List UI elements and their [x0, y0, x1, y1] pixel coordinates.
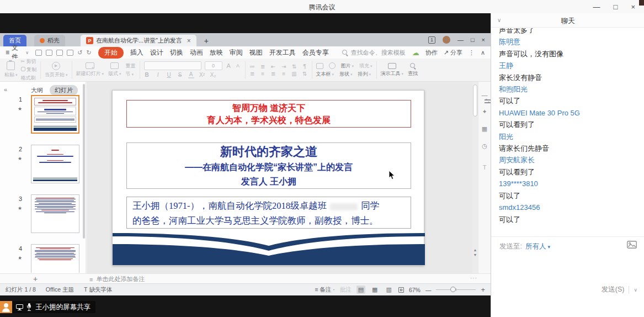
command-search[interactable]: 查找命令、搜索模板	[342, 49, 406, 57]
align-right-icon[interactable]: ≣	[270, 71, 276, 77]
fit-slide-icon[interactable]	[398, 287, 404, 293]
collapse-sidebar-icon[interactable]: —	[478, 92, 491, 98]
collapse-panel-icon[interactable]: «	[4, 86, 7, 93]
font-size-input[interactable]: 0	[205, 61, 222, 70]
decrease-font-icon[interactable]: A	[235, 63, 241, 68]
more-icon[interactable]: ⋮	[469, 49, 475, 56]
line-spacing-icon[interactable]: ⇅	[291, 64, 297, 70]
redo-icon[interactable]: ↻	[86, 49, 91, 56]
menu-tab-animation[interactable]: 动画	[190, 48, 203, 57]
slide-thumbnail-3[interactable]	[31, 194, 79, 233]
format-painter-button[interactable]: 格式刷	[21, 75, 37, 82]
menu-tab-insert[interactable]: 插入	[130, 48, 143, 57]
menu-tab-design[interactable]: 设计	[150, 48, 163, 57]
window-switch-icon[interactable]: 1	[428, 36, 435, 44]
effects-icon[interactable]: ✦	[478, 108, 491, 115]
font-name-input[interactable]	[144, 61, 201, 70]
history-icon[interactable]: ◷	[478, 142, 491, 150]
reset-button[interactable]: 重置	[126, 62, 136, 70]
menu-tab-slideshow[interactable]: 放映	[210, 48, 223, 57]
export-icon[interactable]	[56, 50, 63, 56]
wps-tab-docer[interactable]: 稻壳	[34, 35, 65, 46]
presenter-tools-button[interactable]: 演示工具	[381, 63, 404, 77]
zoom-out-icon[interactable]: —	[425, 287, 432, 293]
picture-button[interactable]: 图片	[341, 62, 354, 70]
columns-icon[interactable]: ▥	[291, 71, 297, 77]
text-direction-icon[interactable]: ⇅	[302, 71, 308, 77]
paragraph-icon[interactable]: ¶	[302, 64, 308, 70]
section-button[interactable]: 节	[126, 71, 136, 78]
chat-message-list[interactable]: 声音太多了 陈明意 声音可以，没有图像 王静 家长没有静音 和煦阳光 可以了 H…	[499, 28, 638, 236]
save-icon[interactable]	[35, 50, 42, 56]
indent-icon[interactable]: ⇥	[281, 64, 287, 70]
send-button[interactable]: 发送(S)	[602, 285, 625, 294]
title-textbox[interactable]: 新时代的齐家之道 ——在南航自动化学院“家长讲堂”上的发言 发言人 王小拥	[126, 142, 411, 189]
zoom-in-icon[interactable]: +	[481, 286, 485, 294]
align-center-icon[interactable]: ≡	[260, 71, 266, 77]
bullets-icon[interactable]: ≔	[249, 64, 256, 70]
send-to-selector[interactable]: 所有人	[525, 242, 550, 251]
menu-tab-view[interactable]: 视图	[249, 48, 263, 57]
italic-button[interactable]: I	[155, 72, 161, 78]
wps-close-icon[interactable]: ×	[482, 36, 485, 43]
new-tab-button[interactable]: +	[204, 35, 209, 46]
justify-icon[interactable]: ≡	[281, 71, 287, 77]
menu-tab-devtools[interactable]: 开发工具	[269, 48, 296, 57]
menu-tab-review[interactable]: 审阅	[230, 48, 243, 57]
wps-restore-icon[interactable]: □	[471, 36, 475, 43]
strikethrough-button[interactable]: S	[177, 72, 183, 78]
maximize-icon[interactable]: □	[614, 3, 618, 10]
fill-button[interactable]: 填充	[359, 62, 372, 70]
menu-tab-home[interactable]: 开始	[98, 47, 124, 59]
menu-tab-transition[interactable]: 切换	[170, 48, 183, 57]
wps-minimize-icon[interactable]: —	[457, 36, 464, 43]
paste-button[interactable]: 粘贴	[4, 61, 18, 78]
arrange-button[interactable]: 排列	[358, 71, 371, 78]
previous-slide-icon[interactable]: ▲	[472, 247, 478, 252]
shapes-icon[interactable]	[329, 62, 336, 69]
close-tab-icon[interactable]: ×	[187, 37, 191, 45]
missing-font-warning[interactable]: T缺失字体	[84, 286, 112, 294]
canvas-scrollbar[interactable]: ▲ ▼	[472, 82, 478, 273]
find-button[interactable]: 查找	[408, 63, 418, 77]
notes-toggle[interactable]: ≡ 备注 ·	[315, 286, 334, 294]
slide-thumbnail-2[interactable]	[31, 145, 79, 183]
share-button[interactable]: ↗ 分享	[444, 49, 462, 57]
reading-view-icon[interactable]: ▥	[384, 286, 393, 294]
textbox-button[interactable]: 文本框	[316, 71, 334, 78]
copy-button[interactable]: 复制	[21, 66, 37, 73]
tab-slides[interactable]: 幻灯片	[50, 85, 78, 96]
notes-input[interactable]: ≡ 单击此处添加备注	[89, 275, 145, 283]
add-slide-button[interactable]: +	[33, 274, 38, 283]
zoom-level[interactable]: 67%	[409, 287, 421, 293]
minimize-icon[interactable]: —	[593, 3, 600, 10]
menu-tab-member[interactable]: 会员专享	[302, 48, 329, 57]
zoom-slider[interactable]	[436, 289, 476, 290]
undo-icon[interactable]: ↺	[77, 49, 82, 56]
account-avatar[interactable]	[443, 36, 450, 44]
slide-thumbnail-4[interactable]	[31, 244, 79, 273]
font-color-button[interactable]: A	[188, 71, 194, 78]
new-slide-button[interactable]: 新建幻灯片	[76, 62, 104, 77]
play-from-page-button[interactable]: ▶ 当页开始	[45, 62, 68, 78]
thumbnails-scrollbar[interactable]	[83, 84, 85, 239]
layout-button[interactable]: 版式	[108, 62, 121, 77]
numbering-icon[interactable]: ≣	[260, 64, 266, 70]
send-options-icon[interactable]: ∨	[634, 287, 637, 293]
align-left-icon[interactable]: ≣	[249, 71, 256, 77]
collaborate-button[interactable]: 协作	[425, 49, 438, 57]
zoom-slider-knob[interactable]	[450, 287, 456, 292]
comments-toggle[interactable]: 批注	[340, 286, 352, 294]
underline-button[interactable]: U	[166, 72, 172, 78]
normal-view-icon[interactable]: ▤	[356, 286, 365, 294]
tab-outline[interactable]: 大纲	[31, 86, 43, 94]
print-icon[interactable]	[46, 50, 52, 56]
slide-1[interactable]: 智周万物 道济天下 育人为本，学术兴校，特色发展 新时代的齐家之道 ——在南航自…	[112, 90, 424, 266]
shapes-button[interactable]: 形状	[339, 71, 353, 78]
bold-button[interactable]: B	[144, 72, 150, 78]
layers-icon[interactable]: ▦	[478, 125, 491, 133]
collapse-ribbon-icon[interactable]: ∧	[481, 49, 485, 56]
scrollbar-thumb[interactable]	[473, 84, 477, 117]
outdent-icon[interactable]: ⇤	[270, 64, 276, 70]
textbox-icon[interactable]	[316, 63, 323, 69]
